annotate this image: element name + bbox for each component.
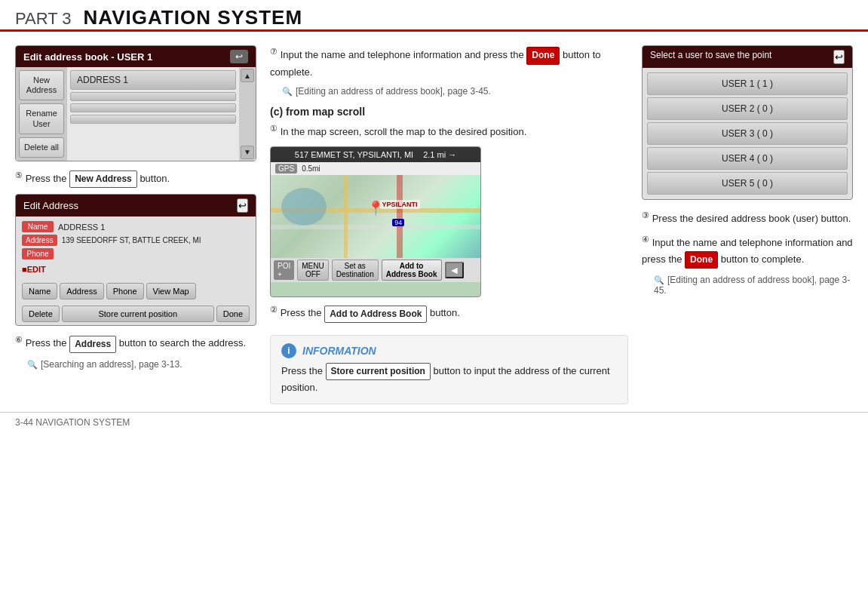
new-address-sidebar-button[interactable]: NewAddress [19,70,64,100]
screen2-header: Edit Address ↩ [16,195,256,217]
left-column: Edit address book - USER 1 ↩ NewAddress … [15,45,256,404]
info-title: INFORMATION [302,345,376,357]
screen1-body: NewAddress RenameUser Delete all ADDRESS… [16,67,256,161]
step4-done-btn[interactable]: Done [685,251,718,269]
info-text: Press the Store current position button … [281,363,617,396]
highway-label: 94 [392,219,404,226]
gps-label: GPS [275,164,297,174]
address-field-row: Address 139 SEEDORFF ST, BATTLE CREEK, M… [22,235,250,246]
step6-text: ⑥ Press the Address button to search the… [15,333,256,353]
page-footer: 3-44 NAVIGATION SYSTEM [0,412,868,432]
map-display: 517 EMMET ST, YPSILANTI, MI 2.1 mi → GPS… [270,146,481,297]
city-label: YPSILANTI [380,200,420,209]
edit-address-book-screen: Edit address book - USER 1 ↩ NewAddress … [15,45,256,161]
screen1-back-button[interactable]: ↩ [230,50,248,63]
name-field-row: Name ADDRESS 1 [22,221,250,232]
step4-note: [Editing an address of address book], pa… [654,275,853,296]
header-part: PART 3 [15,9,72,29]
step4-text: ④ Input the name and telephone informati… [642,233,853,269]
edit-address-screen: Edit Address ↩ Name ADDRESS 1 Address 13… [15,194,256,326]
address-list-item-4[interactable] [70,115,236,124]
done-button[interactable]: Done [216,306,250,322]
poi-button[interactable]: POI+ [274,260,294,280]
step-c2-text: ② Press the Add to Address Book button. [270,303,628,323]
edit-buttons-row2: Delete Store current position Done [16,303,256,325]
step-c2-num: ② [270,305,278,314]
step-c1-text: ① In the map screen, scroll the map to t… [270,122,628,140]
step7-note: [Editing an address of address book], pa… [282,86,628,97]
screen1-sidebar: NewAddress RenameUser Delete all [16,67,67,161]
address-list-item-1[interactable]: ADDRESS 1 [70,70,236,90]
mid-column: ⑦ Input the name and telephone informati… [270,45,628,404]
map-corner-button[interactable]: ◄ [445,262,465,278]
scroll-buttons: ▲ ▼ [239,67,256,161]
add-to-address-book-map-button[interactable]: Add toAddress Book [382,260,442,281]
step5-new-address-btn[interactable]: New Address [69,170,137,188]
user-screen-back-button[interactable]: ↩ [833,50,845,64]
address-label: Address [22,235,57,246]
phone-field-row: Phone [22,248,250,260]
edit-section-label: ■EDIT [22,265,250,274]
edit-viewmap-button[interactable]: View Map [146,283,196,299]
section-c-heading: (c) from map scroll [270,106,628,118]
step6-num: ⑥ [15,335,23,344]
header-title: NAVIGATION SYSTEM [84,6,303,29]
edit-address-button[interactable]: Address [60,283,103,299]
address-list-item-3[interactable] [70,103,236,112]
step3-text: ③ Press the desired address book (user) … [642,209,853,227]
screen1-header: Edit address book - USER 1 ↩ [16,46,256,67]
name-value: ADDRESS 1 [58,223,105,232]
delete-all-sidebar-button[interactable]: Delete all [19,137,64,158]
edit-buttons-row1: Name Address Phone View Map [16,280,256,303]
footer-page-number: 3-44 NAVIGATION SYSTEM [15,417,130,428]
address-value: 139 SEEDORFF ST, BATTLE CREEK, MI [62,236,201,244]
step5-text: ⑤ Press the New Address button. [15,169,256,189]
user-3-item[interactable]: USER 3 ( 0 ) [647,122,848,145]
user-2-item[interactable]: USER 2 ( 0 ) [647,97,848,120]
user-5-item[interactable]: USER 5 ( 0 ) [647,172,848,195]
store-current-btn[interactable]: Store current position [326,363,431,380]
user-screen-title: Select a user to save the point [650,50,771,64]
step6-address-btn[interactable]: Address [69,336,116,353]
edit-fields: Name ADDRESS 1 Address 139 SEEDORFF ST, … [16,217,256,280]
step-c1-num: ① [270,124,278,133]
phone-label: Phone [22,248,54,260]
rename-user-sidebar-button[interactable]: RenameUser [19,103,64,134]
screen1-list: ADDRESS 1 [67,67,239,161]
right-column: Select a user to save the point ↩ USER 1… [642,45,853,404]
step7-num: ⑦ [270,47,278,56]
screen2-title: Edit Address [23,200,78,211]
map-bottom-bar: POI+ MENUOFF Set asDestination Add toAdd… [271,258,480,282]
scroll-up-button[interactable]: ▲ [241,69,254,82]
menu-off-button[interactable]: MENUOFF [297,260,328,281]
screen1-title: Edit address book - USER 1 [23,51,152,63]
delete-button[interactable]: Delete [22,306,60,322]
screen2-back-button[interactable]: ↩ [237,198,248,213]
edit-phone-button[interactable]: Phone [106,283,144,299]
user-4-item[interactable]: USER 4 ( 0 ) [647,147,848,170]
info-box-header: i INFORMATION [281,343,617,358]
map-gps-bar: GPS 0.5mi [271,162,480,175]
scroll-down-button[interactable]: ▼ [241,146,254,159]
address-list-item-2[interactable] [70,92,236,101]
add-to-address-book-btn[interactable]: Add to Address Book [324,306,427,323]
user-screen-header: Select a user to save the point ↩ [643,46,852,68]
info-icon: i [281,343,296,358]
step4-num: ④ [642,235,649,244]
name-label: Name [22,221,54,232]
user-1-item[interactable]: USER 1 ( 1 ) [647,72,848,95]
user-select-screen: Select a user to save the point ↩ USER 1… [642,45,853,200]
step7-done-btn[interactable]: Done [526,47,560,64]
step7-text: ⑦ Input the name and telephone informati… [270,45,628,80]
step6-note: [Searching an address], page 3-13. [27,359,256,370]
step3-num: ③ [642,210,649,220]
information-box: i INFORMATION Press the Store current po… [270,335,628,404]
store-current-position-button[interactable]: Store current position [62,306,214,322]
map-area: 📍 YPSILANTI 94 [271,175,480,258]
main-content: Edit address book - USER 1 ↩ NewAddress … [0,32,868,412]
step5-num: ⑤ [15,170,23,180]
edit-name-button[interactable]: Name [22,283,57,299]
set-as-destination-button[interactable]: Set asDestination [332,260,379,281]
user-list: USER 1 ( 1 ) USER 2 ( 0 ) USER 3 ( 0 ) U… [643,68,852,199]
page-header: PART 3 NAVIGATION SYSTEM [0,0,868,32]
